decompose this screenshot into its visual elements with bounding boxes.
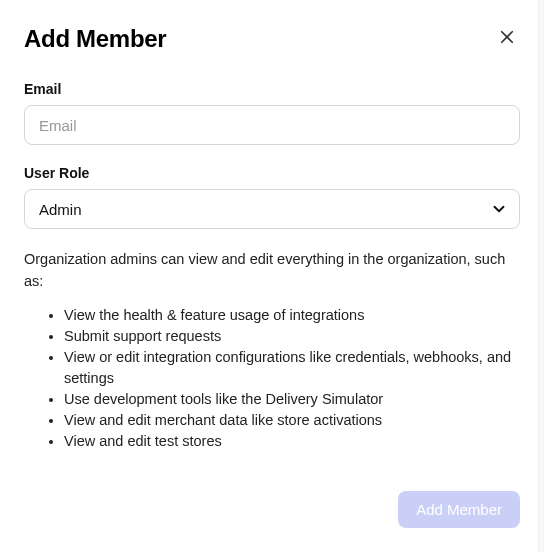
list-item: Submit support requests: [64, 326, 520, 347]
permissions-list: View the health & feature usage of integ…: [24, 305, 520, 452]
email-label: Email: [24, 81, 520, 97]
role-group: User Role Admin: [24, 165, 520, 229]
list-item: View the health & feature usage of integ…: [64, 305, 520, 326]
role-description: Organization admins can view and edit ev…: [24, 249, 520, 293]
close-button[interactable]: [494, 24, 520, 53]
email-field[interactable]: [24, 105, 520, 145]
list-item: View or edit integration configurations …: [64, 347, 520, 389]
list-item: Use development tools like the Delivery …: [64, 389, 520, 410]
role-select-wrapper: Admin: [24, 189, 520, 229]
list-item: View and edit test stores: [64, 431, 520, 452]
add-member-modal: Add Member Email User Role Admin: [0, 0, 544, 552]
role-label: User Role: [24, 165, 520, 181]
modal-footer: Add Member: [24, 475, 520, 528]
modal-header: Add Member: [24, 24, 520, 53]
list-item: View and edit merchant data like store a…: [64, 410, 520, 431]
modal-title: Add Member: [24, 25, 166, 53]
close-icon: [498, 28, 516, 49]
role-select[interactable]: Admin: [24, 189, 520, 229]
add-member-button[interactable]: Add Member: [398, 491, 520, 528]
scrollbar-track[interactable]: [538, 0, 544, 552]
email-group: Email: [24, 81, 520, 145]
